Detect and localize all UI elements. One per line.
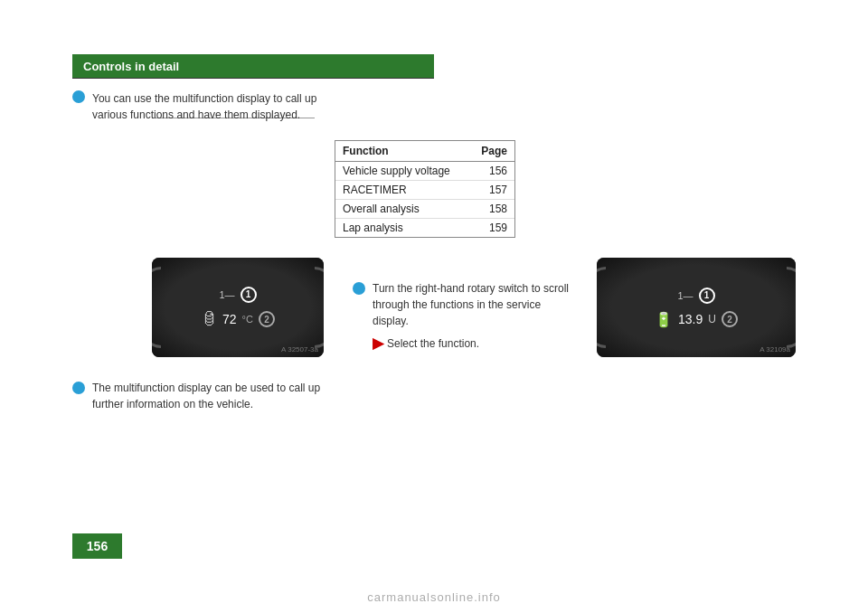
table-cell-page: 159 <box>470 219 514 238</box>
voltage-value: 13.9 <box>678 312 703 326</box>
page-number: 156 <box>87 539 108 553</box>
section2-text: Turn the right-hand rotary switch to scr… <box>373 280 579 329</box>
table-cell-page: 158 <box>470 200 514 219</box>
divider-line <box>72 78 434 79</box>
instr-circle-2-right: 2 <box>722 311 738 327</box>
instrument-display-left: 1— 1 🛢 72 °C 2 A 32507-3a <box>152 258 324 357</box>
footer-watermark: carmanualsonline.info <box>367 590 500 604</box>
table-row: RACETIMER 157 <box>335 181 514 200</box>
section1-text: You can use the multifunction display to… <box>92 90 326 123</box>
function-table: Function Page Vehicle supply voltage 156… <box>335 140 515 238</box>
section2-arrow-note: ▶ Select the function. <box>373 335 579 352</box>
table-row: Overall analysis 158 <box>335 200 514 219</box>
battery-icon: 🔋 <box>655 311 673 328</box>
instr-circle-1-left: 1 <box>241 287 257 303</box>
table-cell-function: RACETIMER <box>335 181 470 200</box>
table-cell-function: Vehicle supply voltage <box>335 162 470 181</box>
header-title: Controls in detail <box>83 60 179 73</box>
table-cell-page: 156 <box>470 162 514 181</box>
instrument-content-right: 1— 1 🔋 13.9 U 2 <box>597 258 796 357</box>
section2-arrow-text: Select the function. <box>387 335 479 352</box>
table-row: Lap analysis 159 <box>335 219 514 238</box>
page-number-box: 156 <box>72 533 122 559</box>
instrument-bottom-row-left: 🛢 72 °C 2 <box>201 310 275 329</box>
section1-bullet <box>72 90 85 106</box>
temp-unit: °C <box>242 314 253 325</box>
instr-label-1: 1— <box>219 289 234 300</box>
instr-circle-2-left: 2 <box>259 311 275 327</box>
table-col2-header: Page <box>470 141 514 162</box>
section3-block: The multifunction display can be used to… <box>72 380 326 412</box>
instrument-top-row-right: 1— 1 <box>677 288 714 304</box>
instrument-bottom-row-right: 🔋 13.9 U 2 <box>655 311 738 328</box>
section3-text: The multifunction display can be used to… <box>92 380 326 412</box>
instrument-top-row-left: 1— 1 <box>219 287 256 303</box>
table-row: Vehicle supply voltage 156 <box>335 162 514 181</box>
table-cell-page: 157 <box>470 181 514 200</box>
instr-circle-1-right: 1 <box>699 288 715 304</box>
table-cell-function: Overall analysis <box>335 200 470 219</box>
section2-block: Turn the right-hand rotary switch to scr… <box>353 280 579 352</box>
instrument-content-left: 1— 1 🛢 72 °C 2 <box>201 287 275 329</box>
oil-icon: 🛢 <box>201 310 217 329</box>
red-arrow-icon: ▶ <box>373 335 383 352</box>
volt-unit: U <box>708 313 716 325</box>
section2-content: Turn the right-hand rotary switch to scr… <box>373 280 579 352</box>
header-banner: Controls in detail <box>72 54 434 78</box>
instr-left-caption: A 32507-3a <box>281 345 318 354</box>
table-col1-header: Function <box>335 141 470 162</box>
instr-label-1-right: 1— <box>677 290 693 301</box>
footer-text: carmanualsonline.info <box>367 590 500 604</box>
blue-dot-1 <box>72 90 85 103</box>
blue-dot-2 <box>353 282 365 295</box>
table-cell-function: Lap analysis <box>335 219 470 238</box>
blue-dot-3 <box>72 382 85 394</box>
instrument-display-right: 1— 1 🔋 13.9 U 2 A 32109a <box>597 258 796 357</box>
temperature-value: 72 <box>222 312 237 326</box>
